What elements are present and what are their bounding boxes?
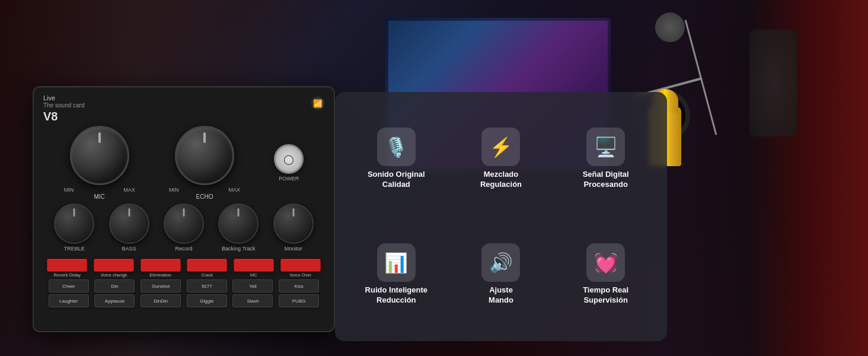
bass-knob-section: BASS bbox=[109, 204, 149, 252]
effect-button-3[interactable] bbox=[187, 259, 227, 272]
card-header: Live The sound card V8 📶 bbox=[41, 94, 327, 123]
features-panel: 🎙️Sonido OriginalCalidad⚡MezcladoRegulac… bbox=[335, 92, 667, 341]
monitor-knob-section: Monitor bbox=[273, 204, 314, 252]
feature-item-5: 💓Tiempo RealSupervisión bbox=[556, 220, 655, 329]
effect-button-section-1: Voice change bbox=[94, 259, 134, 278]
model-label: V8 bbox=[43, 109, 85, 123]
mic-knob[interactable] bbox=[70, 126, 129, 185]
effect-button-label-0: Reverb Delay bbox=[54, 273, 81, 278]
backing-track-knob-section: Backing Track bbox=[218, 204, 259, 252]
sfx-row-2: LaughterApplauseDinDinGiggleSlashPUBG bbox=[41, 294, 327, 307]
sfx-label-sfx_row2-3: Giggle bbox=[200, 298, 213, 304]
effect-button-section-5: Voice Over bbox=[280, 259, 321, 278]
sfx-row-1: CheerDinGunshot9277YellKiss bbox=[41, 279, 327, 293]
top-knobs-row: MIN MAX MIC MIN MAX ECHO ◯ POWER bbox=[41, 126, 327, 200]
effect-button-2[interactable] bbox=[141, 259, 181, 272]
sfx-label-sfx_row1-2: Gunshot bbox=[152, 284, 170, 289]
feature-item-3: 📊Ruido InteligenteReducción bbox=[347, 220, 446, 329]
power-button-area: ◯ POWER bbox=[274, 144, 304, 182]
effect-buttons-main-row: Reverb DelayVoice changeEliminationCrack… bbox=[41, 259, 327, 278]
middle-knobs-row: TREBLE BASS Record Backing Track Monitor bbox=[41, 204, 327, 252]
bluetooth-icon: 📶 bbox=[311, 97, 324, 110]
sfx-row2: LaughterApplauseDinDinGiggleSlashPUBG bbox=[41, 294, 327, 307]
effect-button-label-4: MC bbox=[250, 273, 257, 278]
subtitle-label: The sound card bbox=[43, 102, 85, 109]
power-button[interactable]: ◯ bbox=[274, 144, 304, 174]
sfx-button-sfx_row1-1[interactable]: Din bbox=[94, 279, 135, 293]
feature-text-2: Señal DigitalProcesando bbox=[583, 170, 629, 190]
speaker bbox=[749, 30, 797, 136]
feature-text-5: Tiempo RealSupervisión bbox=[583, 285, 628, 306]
backing-track-knob[interactable] bbox=[218, 204, 259, 244]
brand-label: Live bbox=[43, 94, 85, 102]
bass-knob[interactable] bbox=[109, 204, 149, 244]
buttons-container: Reverb DelayVoice changeEliminationCrack… bbox=[41, 259, 327, 278]
echo-label-row: MIN MAX bbox=[169, 187, 240, 193]
echo-center-label: ECHO bbox=[196, 193, 213, 200]
feature-icon-2: 🖥️ bbox=[586, 128, 625, 166]
sfx-label-sfx_row1-0: Cheer bbox=[62, 284, 75, 289]
backing-track-label: Backing Track bbox=[222, 246, 256, 252]
treble-knob[interactable] bbox=[54, 204, 94, 244]
treble-label: TREBLE bbox=[64, 246, 85, 252]
record-label: Record bbox=[175, 246, 192, 252]
feature-icon-1: ⚡ bbox=[481, 128, 520, 166]
mic-knob-section: MIN MAX MIC bbox=[64, 126, 135, 200]
feature-icon-3: 📊 bbox=[377, 243, 416, 282]
sfx-row1: CheerDinGunshot9277YellKiss bbox=[41, 279, 327, 293]
echo-knob-section: MIN MAX ECHO bbox=[169, 126, 240, 200]
sfx-button-sfx_row1-2[interactable]: Gunshot bbox=[141, 279, 181, 293]
sfx-label-sfx_row2-0: Laughter bbox=[59, 298, 78, 304]
feature-item-4: 🔊AjusteMando bbox=[452, 220, 551, 329]
sfx-label-sfx_row2-2: DinDin bbox=[154, 298, 168, 304]
sfx-label-sfx_row1-5: Kiss bbox=[295, 284, 304, 289]
feature-text-0: Sonido OriginalCalidad bbox=[368, 170, 425, 190]
feature-text-3: Ruido InteligenteReducción bbox=[365, 285, 427, 306]
sfx-button-sfx_row2-2[interactable]: DinDin bbox=[141, 294, 181, 307]
sfx-label-sfx_row1-3: 9277 bbox=[202, 284, 212, 289]
sfx-button-sfx_row2-5[interactable]: PUBG bbox=[279, 294, 319, 307]
feature-item-2: 🖥️Señal DigitalProcesando bbox=[556, 104, 655, 214]
feature-icon-4: 🔊 bbox=[481, 243, 520, 282]
monitor-knob[interactable] bbox=[273, 204, 314, 244]
echo-knob[interactable] bbox=[175, 126, 234, 185]
mic-center-label: MIC bbox=[94, 193, 104, 200]
sfx-button-sfx_row2-0[interactable]: Laughter bbox=[49, 294, 89, 307]
sfx-label-sfx_row2-5: PUBG bbox=[292, 298, 306, 304]
sfx-label-sfx_row2-1: Applause bbox=[105, 298, 125, 304]
effect-button-label-2: Elimination bbox=[149, 273, 171, 278]
sfx-label-sfx_row1-4: Yell bbox=[249, 284, 257, 289]
feature-item-1: ⚡MezcladoRegulación bbox=[452, 104, 551, 214]
sfx-button-sfx_row1-0[interactable]: Cheer bbox=[49, 279, 89, 293]
sfx-button-sfx_row1-3[interactable]: 9277 bbox=[187, 279, 227, 293]
effect-button-1[interactable] bbox=[94, 259, 134, 272]
effect-button-label-1: Voice change bbox=[100, 273, 127, 278]
record-knob-section: Record bbox=[164, 204, 204, 252]
effect-button-0[interactable] bbox=[47, 259, 87, 272]
treble-knob-section: TREBLE bbox=[54, 204, 94, 252]
effect-button-label-3: Crack bbox=[202, 273, 213, 278]
effect-button-4[interactable] bbox=[234, 259, 274, 272]
sfx-button-sfx_row2-4[interactable]: Slash bbox=[232, 294, 273, 307]
effect-button-section-2: Elimination bbox=[141, 259, 181, 278]
sfx-button-sfx_row2-1[interactable]: Applause bbox=[94, 294, 135, 307]
effect-button-5[interactable] bbox=[280, 259, 321, 272]
monitor-label: Monitor bbox=[285, 246, 302, 252]
sfx-label-sfx_row2-4: Slash bbox=[247, 298, 259, 304]
echo-max-label: MAX bbox=[228, 187, 240, 193]
bass-label: BASS bbox=[122, 246, 136, 252]
feature-text-1: MezcladoRegulación bbox=[480, 170, 522, 190]
sfx-button-sfx_row1-5[interactable]: Kiss bbox=[279, 279, 319, 293]
record-knob[interactable] bbox=[164, 204, 204, 244]
sound-card-device: Live The sound card V8 📶 MIN MAX MIC MIN bbox=[33, 86, 335, 332]
effect-button-section-0: Reverb Delay bbox=[47, 259, 87, 278]
mic-min-label: MIN bbox=[64, 187, 74, 193]
feature-item-0: 🎙️Sonido OriginalCalidad bbox=[347, 104, 446, 214]
card-title-area: Live The sound card V8 bbox=[43, 94, 85, 123]
feature-text-4: AjusteMando bbox=[489, 285, 513, 306]
power-icon: ◯ bbox=[283, 154, 294, 165]
sfx-button-sfx_row1-4[interactable]: Yell bbox=[232, 279, 273, 293]
mic-knob-dots bbox=[67, 123, 132, 188]
sfx-button-sfx_row2-3[interactable]: Giggle bbox=[187, 294, 227, 307]
sfx-label-sfx_row1-1: Din bbox=[111, 284, 118, 289]
